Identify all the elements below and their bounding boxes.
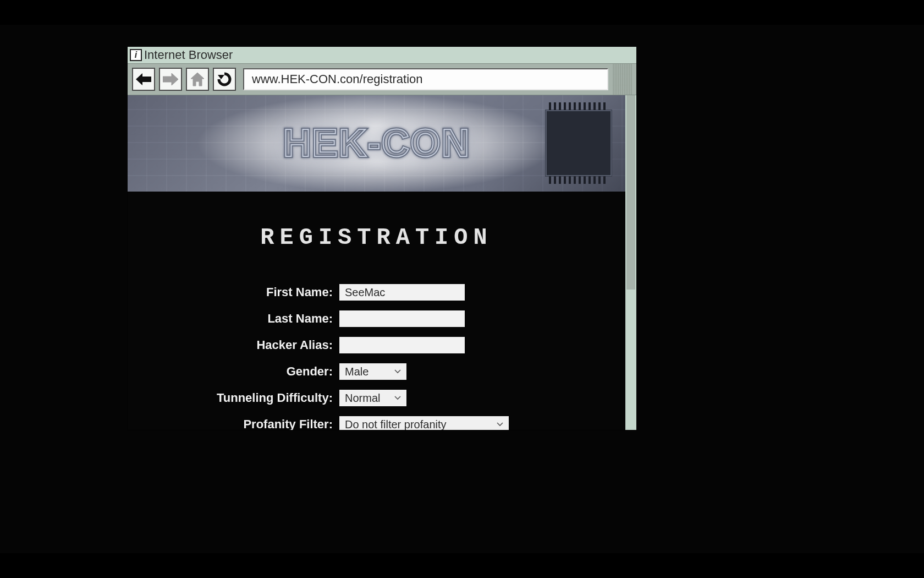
gender-select[interactable]: Male bbox=[339, 363, 406, 380]
window-title: Internet Browser bbox=[144, 48, 233, 62]
gender-selected: Male bbox=[345, 366, 369, 378]
label-profanity: Profanity Filter: bbox=[128, 417, 339, 430]
scrollbar-thumb[interactable] bbox=[626, 95, 635, 290]
address-input[interactable] bbox=[251, 72, 601, 87]
row-last-name: Last Name: bbox=[128, 310, 625, 327]
chevron-down-icon bbox=[394, 396, 401, 400]
svg-marker-3 bbox=[218, 75, 224, 79]
reload-icon bbox=[217, 72, 232, 87]
form-heading: REGISTRATION bbox=[128, 225, 625, 251]
arrow-right-icon bbox=[163, 73, 178, 85]
browser-window: i Internet Browser bbox=[128, 47, 636, 430]
vertical-scrollbar[interactable] bbox=[625, 95, 636, 430]
toolbar bbox=[128, 63, 636, 95]
arrow-left-icon bbox=[136, 73, 151, 85]
page-content: HEK-CON HEK-CON REGISTRATION First Name:… bbox=[128, 95, 625, 430]
titlebar: i Internet Browser bbox=[128, 47, 636, 63]
registration-form: REGISTRATION First Name: Last Name: Hack… bbox=[128, 192, 625, 430]
row-difficulty: Tunneling Difficulty: Normal bbox=[128, 390, 625, 406]
row-gender: Gender: Male bbox=[128, 363, 625, 380]
label-last-name: Last Name: bbox=[128, 312, 339, 326]
chevron-down-icon bbox=[394, 369, 401, 374]
svg-marker-2 bbox=[191, 73, 204, 86]
chevron-down-icon bbox=[497, 422, 503, 427]
label-gender: Gender: bbox=[128, 364, 339, 379]
back-button[interactable] bbox=[132, 68, 155, 91]
label-alias: Hacker Alias: bbox=[128, 338, 339, 352]
alias-field[interactable] bbox=[339, 337, 465, 353]
label-difficulty: Tunneling Difficulty: bbox=[128, 391, 339, 405]
svg-marker-0 bbox=[136, 73, 151, 85]
profanity-select[interactable]: Do not filter profanity bbox=[339, 416, 509, 430]
profanity-selected: Do not filter profanity bbox=[345, 418, 447, 430]
label-first-name: First Name: bbox=[128, 285, 339, 299]
toolbar-grip bbox=[612, 64, 632, 95]
row-first-name: First Name: bbox=[128, 284, 625, 301]
hek-con-logo: HEK-CON HEK-CON bbox=[258, 113, 495, 174]
forward-button[interactable] bbox=[159, 68, 182, 91]
svg-marker-1 bbox=[163, 73, 178, 85]
row-profanity: Profanity Filter: Do not filter profanit… bbox=[128, 416, 625, 430]
chip-graphic bbox=[545, 110, 612, 177]
last-name-field[interactable] bbox=[339, 310, 465, 327]
difficulty-select[interactable]: Normal bbox=[339, 390, 406, 406]
svg-text:HEK-CON: HEK-CON bbox=[283, 122, 470, 165]
first-name-field[interactable] bbox=[339, 284, 465, 301]
home-button[interactable] bbox=[186, 68, 209, 91]
reload-button[interactable] bbox=[213, 68, 236, 91]
home-icon bbox=[190, 72, 205, 87]
address-bar[interactable] bbox=[243, 68, 608, 90]
difficulty-selected: Normal bbox=[345, 392, 380, 405]
row-alias: Hacker Alias: bbox=[128, 337, 625, 353]
site-banner: HEK-CON HEK-CON bbox=[128, 95, 625, 192]
info-icon: i bbox=[130, 49, 142, 61]
